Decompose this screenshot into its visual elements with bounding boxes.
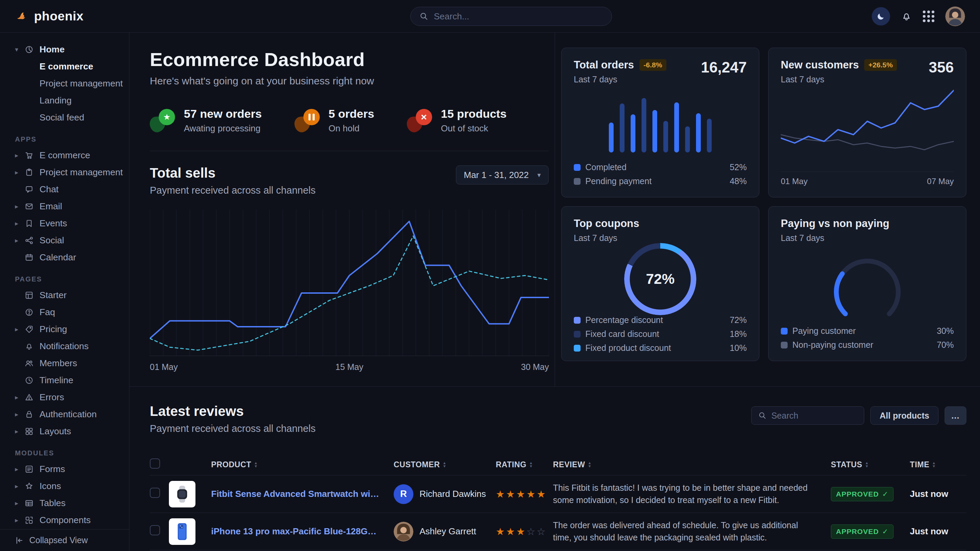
reviews-search-input[interactable]: [771, 411, 881, 421]
sidebar-item-social[interactable]: ▸ Social: [0, 232, 129, 249]
chevron-right-icon: ▸: [15, 168, 24, 176]
total-sells-x-axis: 01 May 15 May 30 May: [150, 362, 549, 372]
rating-stars: ★★★★★: [496, 488, 553, 500]
change-badge: -6.8%: [640, 59, 667, 71]
search-input[interactable]: [434, 11, 603, 22]
new-customers-value: 356: [929, 59, 954, 76]
check-icon: ✓: [882, 527, 889, 536]
sidebar-item-tables[interactable]: ▸ Tables: [0, 494, 129, 511]
legend-item: Non-paying customer 70%: [781, 340, 954, 350]
sidebar-section-apps: APPS: [15, 135, 129, 143]
user-avatar[interactable]: [945, 6, 965, 26]
sidebar-item-ecommerce-app[interactable]: ▸ E commerce: [0, 147, 129, 164]
sidebar-item-notifications[interactable]: Notifications: [0, 338, 129, 355]
col-customer[interactable]: CUSTOMER▴▾: [394, 460, 496, 469]
date-range-select[interactable]: Mar 1 - 31, 2022 ▾: [456, 165, 549, 184]
sort-icon: ▴▾: [589, 461, 591, 468]
clock-icon: [24, 376, 40, 385]
status-badge: APPROVED✓: [831, 487, 894, 501]
product-image-iphone: [169, 518, 196, 545]
topbar: phoenix: [0, 0, 980, 33]
sidebar-item-timeline[interactable]: Timeline: [0, 372, 129, 389]
stat-out-of-stock: × 15 products Out of stock: [407, 107, 507, 134]
sidebar-item-errors[interactable]: ▸ Errors: [0, 389, 129, 406]
grid-icon: [24, 427, 40, 436]
sidebar-item-project-management-dashboard[interactable]: Project management: [0, 75, 129, 92]
sidebar-item-layouts[interactable]: ▸ Layouts: [0, 423, 129, 440]
product-link[interactable]: Fitbit Sense Advanced Smartwatch with To…: [211, 489, 394, 499]
collapse-icon: [15, 536, 24, 545]
latest-reviews-section: Latest reviews Payment received across a…: [129, 387, 980, 551]
new-customers-x-axis: 01 May 07 May: [781, 171, 954, 186]
sidebar-item-icons[interactable]: ▸ Icons: [0, 478, 129, 494]
sidebar-item-calendar[interactable]: Calendar: [0, 249, 129, 266]
col-review[interactable]: REVIEW▴▾: [553, 460, 831, 469]
chevron-right-icon: ▸: [15, 394, 24, 401]
col-product[interactable]: PRODUCT▴▾: [211, 460, 394, 469]
sidebar-item-landing[interactable]: Landing: [0, 92, 129, 109]
sidebar-item-faq[interactable]: Faq: [0, 303, 129, 321]
legend-item: Percentage discount 72%: [574, 315, 747, 325]
apps-grid-icon: [923, 11, 934, 22]
row-checkbox[interactable]: [150, 488, 160, 498]
envelope-icon: [24, 202, 40, 211]
customer-name: Richard Dawkins: [420, 489, 486, 499]
sort-icon: ▴▾: [530, 461, 532, 468]
sidebar-item-authentication[interactable]: ▸ Authentication: [0, 406, 129, 423]
total-sells-title: Total sells: [150, 165, 316, 181]
product-link[interactable]: iPhone 13 pro max-Pacific Blue-128GB sto…: [211, 526, 394, 537]
sidebar-item-components[interactable]: ▸ Components: [0, 511, 129, 529]
star-icon: [24, 481, 40, 491]
search-icon: [758, 411, 767, 420]
tag-icon: [24, 325, 40, 334]
main-content: Ecommerce Dashboard Here's what's going …: [129, 0, 980, 551]
all-products-button[interactable]: All products: [870, 407, 939, 425]
rating-stars: ★★★☆☆: [496, 526, 553, 537]
col-rating[interactable]: RATING▴▾: [496, 460, 553, 469]
sidebar-item-members[interactable]: Members: [0, 355, 129, 372]
sidebar-item-email[interactable]: ▸ Email: [0, 198, 129, 215]
chevron-right-icon: ▸: [15, 237, 24, 245]
apps-menu-button[interactable]: [923, 11, 934, 22]
chevron-right-icon: ▸: [15, 410, 24, 418]
sidebar-item-project-management-app[interactable]: ▸ Project management: [0, 164, 129, 181]
layout-icon: [24, 291, 40, 300]
global-search[interactable]: [410, 7, 612, 26]
lock-icon: [24, 410, 40, 419]
stat-new-orders: ★ 57 new orders Awating processing: [150, 107, 262, 134]
sidebar-item-chat[interactable]: Chat: [0, 181, 129, 198]
sidebar-item-starter[interactable]: Starter: [0, 287, 129, 303]
bookmark-icon: [24, 219, 40, 228]
customer-cell: R Richard Dawkins: [394, 484, 496, 504]
collapsed-view-button[interactable]: Collapsed View: [0, 529, 129, 551]
reviews-search[interactable]: [751, 407, 864, 425]
sidebar-item-home[interactable]: ▾ Home: [0, 41, 129, 58]
calendar-icon: [24, 253, 40, 262]
more-options-button[interactable]: ...: [945, 407, 966, 425]
notifications-button[interactable]: [901, 11, 912, 22]
sidebar-item-events[interactable]: ▸ Events: [0, 215, 129, 232]
chevron-right-icon: ▸: [15, 427, 24, 435]
legend-item: Pending payment 48%: [574, 176, 747, 186]
col-time[interactable]: TIME▴▾: [910, 460, 966, 469]
brand-logo[interactable]: phoenix: [15, 9, 83, 24]
select-all-checkbox[interactable]: [150, 459, 160, 468]
customer-avatar: [394, 522, 414, 541]
page-title: Ecommerce Dashboard: [150, 48, 549, 70]
review-time: Just now: [910, 489, 966, 499]
review-text: This Fitbit is fantastic! I was trying t…: [553, 482, 831, 506]
bell-icon: [24, 342, 40, 351]
dark-mode-toggle[interactable]: [872, 7, 890, 25]
legend-item: Fixed card discount 18%: [574, 329, 747, 339]
row-checkbox[interactable]: [150, 525, 160, 535]
col-status[interactable]: STATUS▴▾: [831, 460, 910, 469]
sidebar-item-forms[interactable]: ▸ Forms: [0, 460, 129, 478]
sort-icon: ▴▾: [933, 461, 935, 468]
customer-cell: Ashley Garrett: [394, 522, 496, 541]
moon-icon: [876, 11, 886, 21]
sidebar-item-pricing[interactable]: ▸ Pricing: [0, 321, 129, 338]
sidebar-item-social-feed[interactable]: Social feed: [0, 109, 129, 126]
page-subtitle: Here's what's going on at your business …: [150, 75, 549, 87]
legend-item: Completed 52%: [574, 162, 747, 172]
sidebar-item-e-commerce-dashboard[interactable]: E commerce: [0, 58, 129, 75]
